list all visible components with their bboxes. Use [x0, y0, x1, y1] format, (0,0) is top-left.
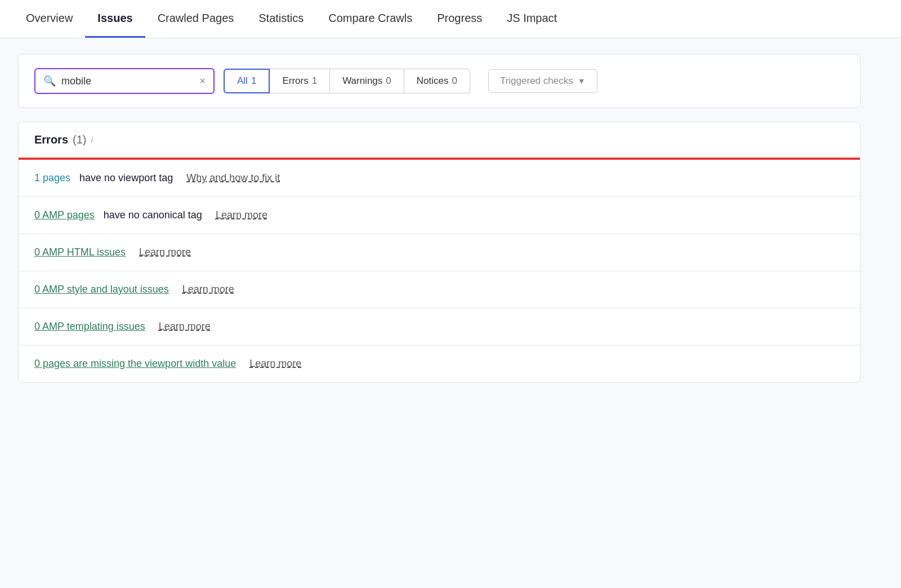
errors-count: (1): [73, 133, 86, 146]
filter-btn-count-notices: 0: [452, 75, 457, 86]
filter-btn-label-notices: Notices: [417, 75, 449, 86]
learn-more-link-amp-style-layout[interactable]: Learn more: [182, 284, 234, 295]
filter-btn-count-errors: 1: [312, 75, 317, 86]
fix-link-no-viewport-tag[interactable]: Why and how to fix it: [186, 172, 280, 184]
issue-count-link-amp-html-issues[interactable]: 0 AMP HTML issues: [34, 246, 126, 258]
issue-text-no-viewport-tag: have no viewport tag: [79, 172, 173, 184]
filter-btn-all[interactable]: All1: [224, 69, 270, 93]
issue-count-link-amp-no-canonical[interactable]: 0 AMP pages: [34, 209, 95, 221]
issue-count-link-amp-templating[interactable]: 0 AMP templating issues: [34, 321, 145, 333]
errors-section-header: Errors (1) i: [19, 122, 860, 158]
learn-more-link-amp-html-issues[interactable]: Learn more: [139, 246, 191, 258]
filter-btn-count-warnings: 0: [386, 75, 391, 86]
filter-bar: 🔍 × All1Errors1Warnings0Notices0 Trigger…: [18, 54, 860, 108]
triggered-checks-button[interactable]: Triggered checks ▼: [488, 69, 597, 93]
issue-count-link-amp-style-layout[interactable]: 0 AMP style and layout issues: [34, 284, 169, 295]
chevron-down-icon: ▼: [578, 77, 586, 86]
errors-title: Errors: [34, 133, 68, 146]
filter-btn-label-warnings: Warnings: [342, 75, 382, 86]
learn-more-link-amp-no-canonical[interactable]: Learn more: [216, 209, 267, 221]
nav-tab-statistics[interactable]: Statistics: [246, 0, 316, 38]
nav-tab-js-impact[interactable]: JS Impact: [494, 0, 569, 38]
nav-tab-issues[interactable]: Issues: [85, 0, 145, 38]
nav-tab-progress[interactable]: Progress: [425, 0, 494, 38]
nav-bar: OverviewIssuesCrawled PagesStatisticsCom…: [0, 0, 901, 38]
issue-row-amp-style-layout: 0 AMP style and layout issuesLearn more: [19, 271, 860, 308]
issues-section: Errors (1) i 1 pages have no viewport ta…: [18, 122, 860, 383]
issue-text-amp-no-canonical: have no canonical tag: [104, 209, 202, 221]
clear-search-button[interactable]: ×: [199, 76, 206, 86]
filter-btn-notices[interactable]: Notices0: [404, 69, 470, 93]
filter-buttons: All1Errors1Warnings0Notices0: [224, 69, 470, 93]
search-box: 🔍 ×: [34, 68, 215, 94]
issue-row-viewport-width: 0 pages are missing the viewport width v…: [19, 345, 860, 382]
filter-btn-label-errors: Errors: [282, 75, 308, 86]
triggered-checks-label: Triggered checks: [500, 75, 573, 87]
issue-row-amp-html-issues: 0 AMP HTML issuesLearn more: [19, 234, 860, 271]
learn-more-link-amp-templating[interactable]: Learn more: [159, 321, 211, 333]
filter-btn-label-all: All: [237, 75, 248, 86]
issue-row-no-viewport-tag: 1 pages have no viewport tagWhy and how …: [19, 160, 860, 196]
issue-rows-container: 1 pages have no viewport tagWhy and how …: [19, 160, 860, 382]
search-icon: 🔍: [43, 75, 56, 87]
nav-tab-crawled-pages[interactable]: Crawled Pages: [145, 0, 247, 38]
nav-tab-overview[interactable]: Overview: [14, 0, 85, 38]
filter-btn-errors[interactable]: Errors1: [270, 69, 330, 93]
issue-row-amp-templating: 0 AMP templating issuesLearn more: [19, 308, 860, 345]
filter-btn-warnings[interactable]: Warnings0: [330, 69, 404, 93]
info-icon[interactable]: i: [91, 135, 93, 145]
nav-tab-compare-crawls[interactable]: Compare Crawls: [316, 0, 425, 38]
search-input[interactable]: [61, 75, 194, 87]
filter-btn-count-all: 1: [251, 75, 256, 86]
issue-count-link-no-viewport-tag[interactable]: 1 pages: [34, 172, 70, 184]
learn-more-link-viewport-width[interactable]: Learn more: [249, 358, 301, 370]
issue-row-amp-no-canonical: 0 AMP pages have no canonical tagLearn m…: [19, 196, 860, 234]
main-content: 🔍 × All1Errors1Warnings0Notices0 Trigger…: [0, 38, 878, 398]
issue-count-link-viewport-width[interactable]: 0 pages are missing the viewport width v…: [34, 358, 236, 370]
